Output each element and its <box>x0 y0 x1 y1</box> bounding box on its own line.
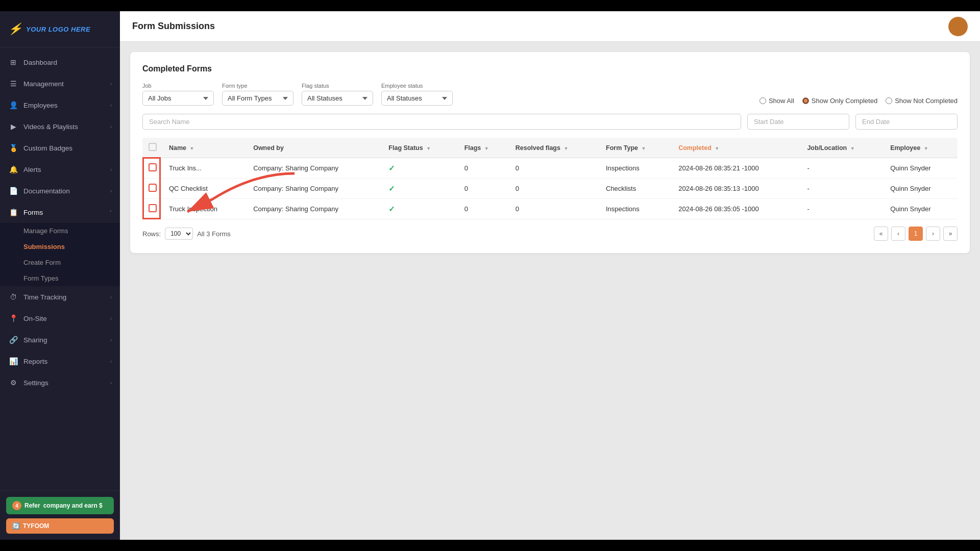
sidebar-item-label: Time Tracking <box>23 293 66 301</box>
select-all-col[interactable] <box>142 138 163 158</box>
chevron-right-icon: › <box>110 359 112 364</box>
sidebar-item-management[interactable]: ☰ Management › <box>0 73 120 94</box>
sidebar-item-documentation[interactable]: 📄 Documentation › <box>0 180 120 202</box>
chevron-right-icon: › <box>110 337 112 343</box>
tyfoom-button[interactable]: 🔄 TYFOOM <box>6 518 114 534</box>
cell-employee: Quinn Snyder <box>884 158 958 179</box>
show-only-completed-label: Show Only Completed <box>812 97 877 105</box>
chevron-right-icon: › <box>110 81 112 87</box>
col-name[interactable]: Name ▼ <box>163 138 247 158</box>
avatar[interactable] <box>948 17 968 36</box>
cell-completed: 2024-08-26 08:35:13 -1000 <box>672 179 801 199</box>
sidebar-item-custom-badges[interactable]: 🏅 Custom Badges <box>0 137 120 159</box>
show-only-completed-radio[interactable]: Show Only Completed <box>802 97 877 105</box>
alerts-icon: 🔔 <box>8 164 18 174</box>
cell-resolved-flags: 0 <box>509 179 600 199</box>
rows-label: Rows: <box>142 230 161 238</box>
refer-button[interactable]: 4 Refer company and earn $ <box>6 497 114 514</box>
sidebar-item-form-types[interactable]: Form Types <box>0 270 120 286</box>
col-employee[interactable]: Employee ▼ <box>884 138 958 158</box>
sidebar-item-forms[interactable]: 📋 Forms ˅ <box>0 202 120 223</box>
col-form-type[interactable]: Form Type ▼ <box>600 138 672 158</box>
row-checkbox[interactable] <box>149 204 157 212</box>
sidebar-item-reports[interactable]: 📊 Reports › <box>0 350 120 372</box>
show-not-completed-radio[interactable]: Show Not Completed <box>886 97 958 105</box>
row-checkbox-cell[interactable] <box>142 179 163 199</box>
sidebar-item-manage-forms[interactable]: Manage Forms <box>0 223 120 239</box>
start-date-input[interactable] <box>747 114 849 130</box>
col-job-location[interactable]: Job/Location ▼ <box>801 138 884 158</box>
cell-flags: 0 <box>458 199 509 219</box>
employee-status-filter-select[interactable]: All Statuses <box>381 91 453 106</box>
cell-job-location: - <box>801 158 884 179</box>
row-checkbox[interactable] <box>149 163 157 171</box>
chevron-right-icon: › <box>110 294 112 300</box>
cell-flags: 0 <box>458 179 509 199</box>
sort-arrow-name: ▼ <box>190 146 194 151</box>
job-filter-select[interactable]: All Jobs <box>142 91 214 106</box>
status-radio-group: Show All Show Only Completed Show Not Co… <box>760 97 958 106</box>
job-filter-label: Job <box>142 83 214 89</box>
prev-page-button[interactable]: ‹ <box>891 227 905 241</box>
chevron-right-icon: › <box>110 124 112 130</box>
form-type-filter-select[interactable]: All Form Types <box>222 91 293 106</box>
sidebar-item-settings[interactable]: ⚙ Settings › <box>0 372 120 393</box>
card-title: Completed Forms <box>142 64 958 73</box>
dashboard-icon: ⊞ <box>8 57 18 67</box>
next-page-button[interactable]: › <box>926 227 940 241</box>
row-checkbox[interactable] <box>149 184 157 192</box>
end-date-input[interactable] <box>855 114 958 130</box>
sidebar-item-label: Management <box>23 80 64 88</box>
col-flag-status[interactable]: Flag Status ▼ <box>382 138 458 158</box>
submissions-table: Name ▼ Owned by Flag Status ▼ <box>142 138 958 219</box>
sidebar-item-label: Employees <box>23 102 58 109</box>
sidebar: ⚡ YOUR LOGO HERE ⊞ Dashboard ☰ Managemen… <box>0 11 120 540</box>
form-type-filter-group: Form type All Form Types <box>222 83 293 106</box>
col-flags[interactable]: Flags ▼ <box>458 138 509 158</box>
sidebar-item-create-form[interactable]: Create Form <box>0 255 120 270</box>
sidebar-item-alerts[interactable]: 🔔 Alerts › <box>0 159 120 180</box>
form-type-filter-label: Form type <box>222 83 293 89</box>
cell-form-type: Checklists <box>600 179 672 199</box>
logo-bolt-icon: ⚡ <box>8 22 22 36</box>
refer-badge: 4 <box>12 501 21 510</box>
cell-flags: 0 <box>458 158 509 179</box>
col-resolved-flags[interactable]: Resolved flags ▼ <box>509 138 600 158</box>
page-1-button[interactable]: 1 <box>909 227 923 241</box>
last-page-button[interactable]: » <box>943 227 958 241</box>
sidebar-item-videos[interactable]: ▶ Videos & Playlists › <box>0 116 120 137</box>
cell-name: Truck Inspection <box>163 199 247 219</box>
first-page-button[interactable]: « <box>874 227 888 241</box>
flag-status-filter-select[interactable]: All Statuses <box>302 91 373 106</box>
cell-name: Truck Ins... <box>163 158 247 179</box>
col-completed[interactable]: Completed ▼ <box>672 138 801 158</box>
sidebar-item-submissions[interactable]: Submissions <box>0 239 120 255</box>
row-checkbox-cell[interactable] <box>142 199 163 219</box>
rows-select[interactable]: 100 50 25 <box>165 228 193 240</box>
flag-check-icon: ✓ <box>388 184 395 193</box>
sidebar-item-time-tracking[interactable]: ⏱ Time Tracking › <box>0 286 120 308</box>
on-site-icon: 📍 <box>8 313 18 323</box>
sort-arrow-flags: ▼ <box>484 146 489 151</box>
sidebar-item-dashboard[interactable]: ⊞ Dashboard <box>0 52 120 73</box>
table-wrapper: Name ▼ Owned by Flag Status ▼ <box>142 138 958 219</box>
row-checkbox-cell[interactable] <box>142 158 163 179</box>
sidebar-item-label: Documentation <box>23 187 70 195</box>
cell-job-location: - <box>801 199 884 219</box>
sidebar-item-employees[interactable]: 👤 Employees › <box>0 94 120 116</box>
select-all-checkbox[interactable] <box>149 143 157 151</box>
show-not-completed-label: Show Not Completed <box>895 97 958 105</box>
sidebar-bottom: 4 Refer company and earn $ 🔄 TYFOOM <box>0 490 120 540</box>
col-owned-by[interactable]: Owned by <box>247 138 382 158</box>
logo-area: ⚡ YOUR LOGO HERE <box>0 11 120 47</box>
search-input[interactable] <box>142 114 741 130</box>
cell-form-type: Inspections <box>600 199 672 219</box>
sort-arrow-resolved: ▼ <box>564 146 568 151</box>
show-all-radio[interactable]: Show All <box>760 97 794 105</box>
forms-icon: 📋 <box>8 207 18 217</box>
sidebar-item-sharing[interactable]: 🔗 Sharing › <box>0 329 120 350</box>
flag-status-filter-label: Flag status <box>302 83 373 89</box>
cell-resolved-flags: 0 <box>509 158 600 179</box>
sidebar-item-on-site[interactable]: 📍 On-Site › <box>0 308 120 329</box>
sidebar-item-label: Reports <box>23 358 47 365</box>
